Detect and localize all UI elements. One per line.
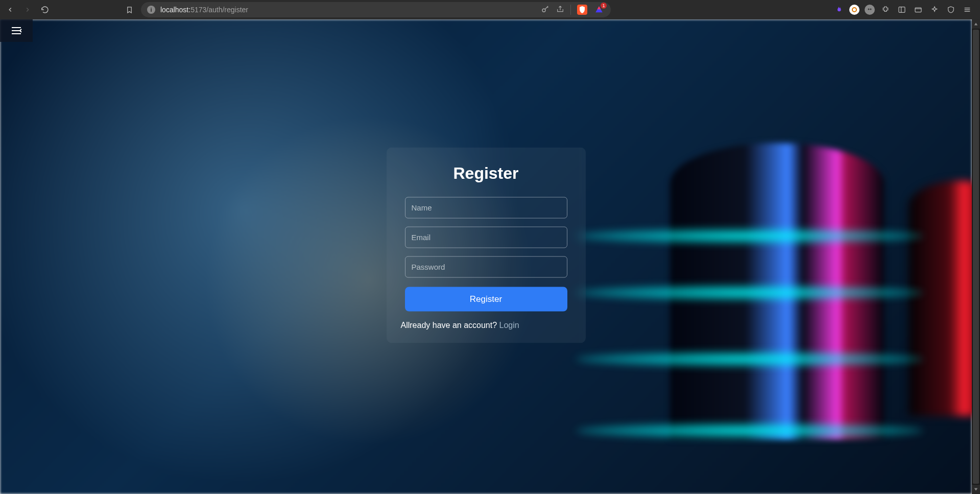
vertical-scrollbar[interactable] (972, 19, 980, 494)
scrollbar-thumb[interactable] (973, 30, 979, 484)
extensions-icon[interactable] (880, 4, 891, 15)
sidebar-icon[interactable] (896, 4, 907, 15)
forward-button[interactable] (21, 4, 34, 16)
profile-avatar[interactable] (849, 5, 859, 15)
separator (570, 5, 571, 15)
scroll-up-button[interactable] (972, 19, 980, 29)
register-button[interactable]: Register (405, 287, 567, 311)
back-button[interactable] (4, 4, 16, 16)
sparkle-icon[interactable] (929, 4, 940, 15)
name-input[interactable] (405, 197, 567, 218)
login-link[interactable]: Login (499, 320, 519, 329)
svg-point-2 (870, 9, 872, 10)
svg-point-0 (542, 9, 545, 12)
brave-shield-icon[interactable] (577, 5, 587, 15)
svg-rect-5 (915, 8, 921, 12)
menu-icon[interactable] (962, 4, 973, 15)
login-prompt-text: Allready have an account? (401, 320, 499, 329)
password-input[interactable] (405, 256, 567, 277)
wallet-icon[interactable] (865, 5, 875, 15)
scroll-down-button[interactable] (972, 485, 980, 494)
sidebar-toggle-button[interactable] (0, 19, 33, 42)
login-prompt: Allready have an account? Login (400, 320, 572, 330)
background-decoration (909, 181, 972, 416)
viewport: Register Register Allready have an accou… (0, 19, 980, 494)
register-card: Register Register Allready have an accou… (387, 147, 586, 343)
background-decoration (576, 228, 923, 244)
page-content: Register Register Allready have an accou… (0, 19, 972, 494)
url-text: localhost:5173/auth/register (160, 6, 248, 14)
reload-button[interactable] (39, 4, 51, 16)
bookmark-button[interactable] (123, 3, 136, 16)
card-title: Register (400, 163, 572, 182)
svg-point-1 (868, 9, 870, 10)
flame-icon[interactable] (833, 4, 844, 15)
share-icon[interactable] (556, 5, 564, 15)
email-input[interactable] (405, 226, 567, 248)
badge-count: 1 (601, 3, 607, 9)
password-key-icon[interactable] (541, 5, 550, 15)
address-bar[interactable]: i localhost:5173/auth/register 1 (141, 2, 611, 17)
background-decoration (576, 423, 923, 438)
wallet-panel-icon[interactable] (913, 4, 924, 15)
shield-icon[interactable] (945, 4, 957, 15)
site-info-icon[interactable]: i (147, 6, 155, 14)
browser-toolbar: i localhost:5173/auth/register 1 (0, 0, 980, 19)
brave-rewards-icon[interactable]: 1 (593, 4, 605, 15)
svg-rect-3 (899, 7, 905, 13)
